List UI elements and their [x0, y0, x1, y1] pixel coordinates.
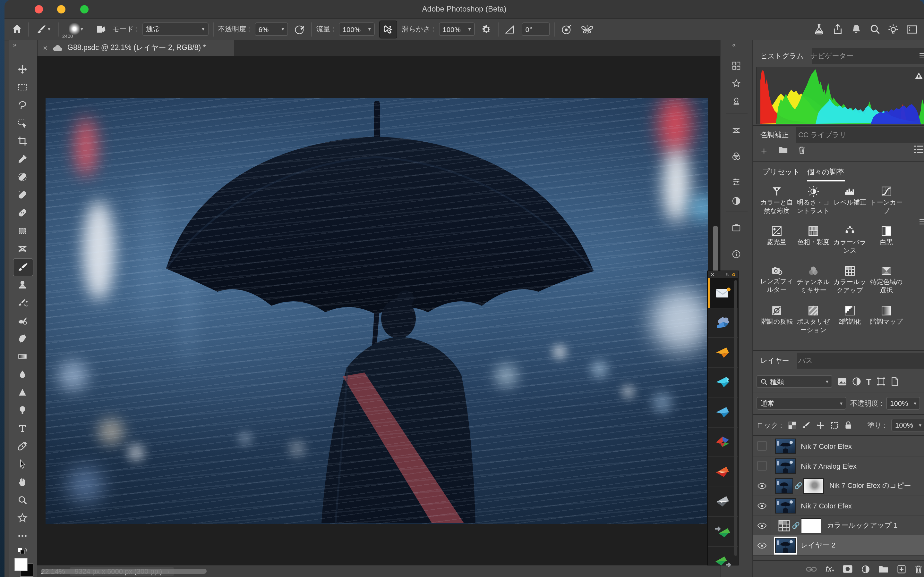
pressure-size-icon[interactable] — [559, 22, 573, 36]
custom-shape-tool[interactable] — [13, 510, 32, 526]
visibility-toggle[interactable] — [753, 535, 771, 555]
foreground-color-swatch[interactable] — [14, 558, 27, 571]
canvas-pasteboard[interactable]: ⁞⁞⁞⁞ 被写体を選択 背景を削除 カラーを調整 — [37, 56, 720, 565]
nik-item-gray[interactable] — [708, 487, 738, 517]
layer-filter-select[interactable]: 種類 ▾ — [756, 375, 832, 388]
smoothing-options-gear-icon[interactable] — [479, 22, 493, 36]
marquee-tool[interactable] — [13, 79, 32, 95]
swap-colors-icon[interactable] — [13, 546, 32, 557]
nik-item-green-out[interactable] — [708, 546, 738, 576]
pressure-opacity-icon[interactable] — [292, 22, 307, 36]
new-group-icon[interactable] — [879, 565, 889, 573]
lock-transparency-icon[interactable] — [788, 421, 796, 429]
fill-input[interactable]: 100%▾ — [891, 419, 924, 432]
visibility-toggle[interactable] — [753, 456, 771, 476]
nik-item-cyan[interactable] — [708, 367, 738, 398]
dock-libraries-panel-icon[interactable] — [728, 122, 744, 138]
adjustment-threshold[interactable]: 2階調化 — [832, 305, 868, 326]
airbrush-toggle[interactable] — [379, 20, 397, 38]
healing-brush-tool[interactable] — [13, 187, 32, 203]
filter-pixel-layers-icon[interactable] — [837, 377, 847, 386]
layer-thumbnail[interactable] — [775, 538, 796, 553]
nik-item-hdr[interactable] — [708, 308, 738, 338]
tab-cc-libraries[interactable]: CC ライブラリ — [790, 127, 854, 143]
brush-settings-panel-icon[interactable] — [94, 22, 108, 36]
tab-paths[interactable]: パス — [790, 353, 821, 369]
layer-name[interactable]: Nik 7 Color Efex のコピー — [829, 481, 911, 490]
adjustment-posterize[interactable]: ポスタリゼーション — [795, 305, 832, 334]
brush-tool-selected[interactable] — [13, 258, 33, 276]
filter-smart-objects-icon[interactable] — [891, 377, 899, 386]
path-select-tool[interactable] — [13, 456, 32, 472]
visibility-toggle[interactable] — [753, 476, 771, 496]
delete-layer-trash-icon[interactable] — [914, 564, 923, 574]
layer-name[interactable]: レイヤー 2 — [801, 540, 835, 550]
close-document-icon[interactable]: × — [43, 43, 47, 52]
new-layer-icon[interactable] — [897, 564, 906, 574]
lock-pixels-icon[interactable] — [802, 421, 811, 429]
layer-thumbnail[interactable] — [775, 478, 793, 493]
subtab-presets[interactable]: プリセット — [762, 167, 800, 177]
hand-tool[interactable] — [13, 474, 32, 490]
frame-tool[interactable] — [13, 222, 32, 239]
filter-shape-layers-icon[interactable] — [877, 377, 885, 386]
adjustment-exposure[interactable]: 露光量 — [758, 226, 795, 247]
lasso-tool[interactable] — [13, 97, 32, 113]
smoothing-input[interactable]: 100%▾ — [439, 23, 475, 36]
color-swatches[interactable] — [14, 558, 33, 577]
flow-input[interactable]: 100%▾ — [339, 23, 375, 36]
layer-style-fx-icon[interactable]: fx▾ — [825, 564, 834, 574]
dock-adjustments-panel-icon[interactable] — [728, 193, 744, 208]
eyedropper-tool[interactable] — [13, 151, 32, 167]
zoom-tool[interactable] — [13, 492, 32, 508]
adjustment-brightness-contrast[interactable]: 明るさ・コントラスト — [795, 186, 832, 215]
nik-item-blue[interactable] — [708, 398, 738, 427]
dock-character-panel-icon[interactable] — [728, 58, 744, 73]
tab-adjustments[interactable]: 色調補正 — [753, 127, 796, 143]
filter-type-layers-icon[interactable]: T — [866, 377, 871, 386]
adjustment-color-vibrance[interactable]: カラーと自然な彩度 — [758, 186, 795, 215]
blend-mode-select[interactable]: 通常▾ — [142, 23, 208, 36]
lock-artboard-icon[interactable] — [830, 421, 838, 429]
dock-properties-panel-icon[interactable] — [728, 174, 744, 189]
subtab-single-adjustments[interactable]: 個々の調整 — [807, 167, 845, 177]
expand-panels-icon[interactable]: « — [732, 41, 736, 48]
adjustment-black-white[interactable]: 白黒 — [868, 226, 905, 247]
nik-item-multicolor[interactable] — [708, 427, 738, 457]
brush-tool-preset-icon[interactable]: ▾ — [33, 22, 54, 36]
adjustment-color-lookup[interactable]: カラールックアップ — [832, 266, 868, 294]
list-view-icon[interactable] — [913, 145, 924, 155]
lock-all-icon[interactable] — [845, 421, 852, 430]
collapse-tools-icon[interactable]: » — [13, 41, 16, 48]
nik-scrollbar[interactable] — [734, 280, 737, 556]
layer-row-nik7-analog-efex[interactable]: Nik 7 Analog Efex — [753, 456, 924, 476]
search-icon[interactable] — [867, 22, 882, 36]
type-tool[interactable] — [13, 420, 32, 437]
adjustment-levels[interactable]: レベル補正 — [832, 186, 868, 207]
beta-flask-icon[interactable] — [812, 22, 826, 36]
eraser-tool[interactable] — [13, 330, 32, 347]
adjustment-invert[interactable]: 階調の反転 — [758, 305, 795, 326]
gradient-tool[interactable] — [13, 348, 32, 365]
adjustment-curves[interactable]: トーンカーブ — [868, 186, 905, 215]
nik-item-green-in[interactable] — [708, 517, 738, 546]
layer-row-nik7-color-efex-copy[interactable]: 🔗 Nik 7 Color Efex のコピー — [753, 476, 924, 496]
delete-trash-icon[interactable] — [798, 145, 806, 155]
pen-tool[interactable] — [13, 438, 32, 455]
nik-item-selected[interactable] — [708, 278, 738, 308]
layer-thumbnail[interactable] — [775, 438, 796, 454]
visibility-toggle[interactable] — [753, 516, 771, 535]
layer-name[interactable]: Nik 7 Color Efex — [801, 502, 852, 509]
blur-tool[interactable] — [13, 366, 32, 383]
canvas-horizontal-scrollbar[interactable] — [41, 569, 207, 574]
spot-healing-tool[interactable] — [13, 169, 32, 185]
dodge-tool[interactable] — [13, 402, 32, 419]
brush-size-preview[interactable]: 2400 ▾ — [63, 22, 89, 36]
layer-thumbnail[interactable] — [775, 458, 796, 474]
crop-tool[interactable] — [13, 133, 32, 149]
art-history-brush-tool[interactable] — [13, 312, 32, 329]
opacity-input[interactable]: 6%▾ — [255, 23, 288, 36]
tab-navigator[interactable]: ナビゲーター — [803, 48, 861, 64]
layer-mask-thumbnail[interactable] — [801, 518, 822, 533]
slice-tool[interactable] — [13, 240, 32, 257]
